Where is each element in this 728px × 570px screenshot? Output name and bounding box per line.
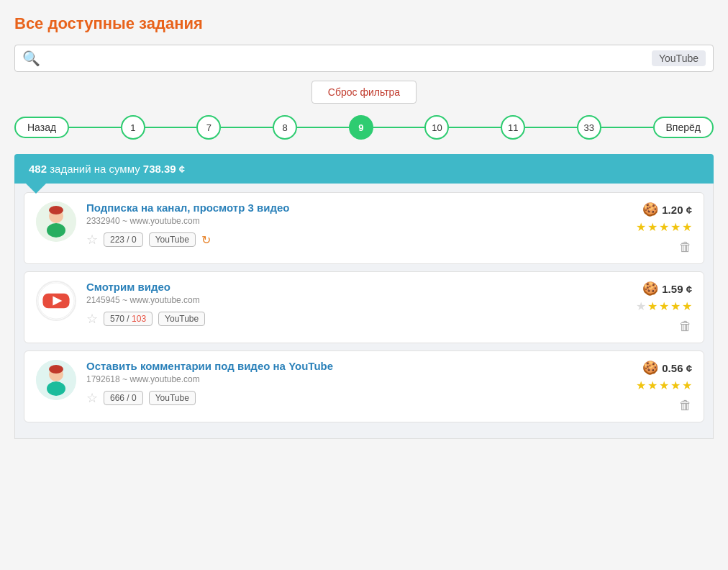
star-1-3: ★ — [659, 220, 669, 234]
task-meta-2: ☆ 570 / 103 YouTube — [86, 311, 610, 327]
task-right-2: 🍪 1.59 ¢ ★ ★ ★ ★ ★ 🗑 — [620, 281, 692, 334]
pagination-page-9[interactable]: 9 — [349, 115, 373, 140]
task-platform-badge-3[interactable]: YouTube — [149, 391, 196, 405]
task-price-3: 🍪 0.56 ¢ — [642, 360, 692, 376]
task-subtitle-2: 2145945 ~ www.youtube.com — [86, 295, 610, 305]
svg-point-10 — [47, 381, 65, 396]
task-card-3: Оставить комментарии под видео на YouTub… — [24, 350, 704, 422]
star-1-1: ★ — [636, 220, 646, 234]
task-price-value-1: 1.20 ¢ — [662, 204, 692, 216]
task-platform-badge-1[interactable]: YouTube — [149, 232, 196, 247]
star-2-1: ★ — [636, 299, 646, 313]
search-bar: 🔍 YouTube — [14, 45, 714, 72]
avatar-person-teal-icon — [36, 360, 76, 400]
star-3-1: ★ — [636, 379, 646, 392]
star-1-2: ★ — [647, 220, 658, 234]
youtube-avatar-icon — [37, 281, 75, 321]
search-icon: 🔍 — [22, 50, 40, 67]
task-body-2: Смотрим видео 2145945 ~ www.youtube.com … — [86, 281, 610, 327]
search-input[interactable] — [46, 53, 652, 65]
pagination-page-8[interactable]: 8 — [273, 115, 297, 140]
task-stars-3: ★ ★ ★ ★ ★ — [636, 379, 692, 392]
pagination-page-1[interactable]: 1 — [121, 115, 145, 140]
task-price-2: 🍪 1.59 ¢ — [642, 281, 692, 297]
coin-icon-3: 🍪 — [642, 360, 658, 376]
star-2-4: ★ — [670, 299, 681, 313]
task-subtitle-3: 1792618 ~ www.youtube.com — [86, 374, 610, 384]
task-favorite-1[interactable]: ☆ — [86, 232, 98, 248]
task-count-badge-1: 223 / 0 — [104, 232, 143, 247]
task-count-normal-2: 570 / — [110, 314, 132, 324]
pagination-line-6 — [449, 127, 501, 128]
task-card-1: Подписка на канал, просмотр 3 видео 2332… — [24, 192, 704, 264]
task-price-1: 🍪 1.20 ¢ — [642, 202, 692, 217]
task-favorite-3[interactable]: ☆ — [86, 390, 98, 406]
task-meta-3: ☆ 666 / 0 YouTube — [86, 390, 610, 406]
task-title-1[interactable]: Подписка на канал, просмотр 3 видео — [86, 202, 610, 214]
pagination-line-left — [69, 127, 121, 128]
pagination-line-5 — [373, 127, 425, 128]
task-count-badge-2: 570 / 103 — [104, 312, 153, 326]
summary-amount: 738.39 ¢ — [143, 163, 185, 175]
tasks-container: Подписка на канал, просмотр 3 видео 2332… — [14, 184, 714, 439]
coin-icon-2: 🍪 — [642, 281, 658, 297]
pagination-line-4 — [297, 127, 349, 128]
svg-point-3 — [47, 223, 65, 238]
task-platform-badge-2[interactable]: YouTube — [158, 312, 205, 326]
star-3-2: ★ — [647, 379, 658, 392]
task-meta-1: ☆ 223 / 0 YouTube ↻ — [86, 232, 610, 248]
pagination-forward-button[interactable]: Вперёд — [653, 117, 714, 138]
task-refresh-icon-1[interactable]: ↻ — [201, 233, 211, 247]
star-3-4: ★ — [670, 379, 681, 392]
task-avatar-2 — [36, 281, 76, 321]
task-price-value-2: 1.59 ¢ — [662, 283, 692, 295]
star-2-2: ★ — [647, 299, 658, 313]
pagination-line-right — [601, 127, 653, 128]
pagination-line-2 — [145, 127, 197, 128]
task-right-3: 🍪 0.56 ¢ ★ ★ ★ ★ ★ 🗑 — [620, 360, 692, 413]
star-1-4: ★ — [670, 220, 681, 234]
task-delete-button-3[interactable]: 🗑 — [679, 398, 692, 413]
task-price-value-3: 0.56 ¢ — [662, 362, 692, 374]
reset-btn-wrap: Сброс фильтра — [14, 81, 714, 104]
task-title-2[interactable]: Смотрим видео — [86, 281, 610, 293]
task-avatar-3 — [36, 360, 76, 400]
task-right-1: 🍪 1.20 ¢ ★ ★ ★ ★ ★ 🗑 — [620, 202, 692, 255]
task-favorite-2[interactable]: ☆ — [86, 311, 98, 327]
search-filter-tag: YouTube — [652, 50, 706, 66]
task-count-red-2: 103 — [132, 314, 146, 324]
pagination: Назад 1 7 8 9 10 11 33 Вперёд — [14, 115, 714, 140]
star-2-5: ★ — [682, 299, 692, 313]
pagination-page-11[interactable]: 11 — [501, 115, 525, 140]
task-delete-button-1[interactable]: 🗑 — [679, 240, 692, 255]
star-3-3: ★ — [659, 379, 669, 392]
task-count-badge-3: 666 / 0 — [104, 391, 143, 405]
pagination-back-button[interactable]: Назад — [14, 117, 69, 138]
pagination-page-7[interactable]: 7 — [196, 115, 221, 140]
page-title: Все доступные задания — [14, 14, 714, 33]
task-stars-1: ★ ★ ★ ★ ★ — [636, 220, 692, 234]
summary-count: 482 — [29, 163, 47, 175]
coin-icon-1: 🍪 — [642, 202, 658, 217]
avatar-person-green-icon — [36, 202, 76, 242]
svg-point-9 — [49, 365, 63, 374]
star-1-5: ★ — [682, 220, 692, 234]
task-stars-2: ★ ★ ★ ★ ★ — [636, 299, 692, 313]
summary-bar: 482 заданий на сумму 738.39 ¢ — [14, 154, 714, 184]
svg-point-2 — [49, 206, 63, 214]
pagination-page-10[interactable]: 10 — [424, 115, 449, 140]
reset-filter-button[interactable]: Сброс фильтра — [311, 81, 417, 104]
task-body-3: Оставить комментарии под видео на YouTub… — [86, 360, 610, 406]
task-delete-button-2[interactable]: 🗑 — [679, 319, 692, 334]
summary-text-mid: заданий на сумму — [50, 163, 140, 175]
task-card-2: Смотрим видео 2145945 ~ www.youtube.com … — [24, 271, 704, 343]
task-avatar-1 — [36, 202, 76, 242]
pagination-line-3 — [221, 127, 273, 128]
task-subtitle-1: 2332940 ~ www.youtube.com — [86, 216, 610, 226]
pagination-page-33[interactable]: 33 — [577, 115, 601, 140]
star-2-3: ★ — [659, 299, 669, 313]
task-body-1: Подписка на канал, просмотр 3 видео 2332… — [86, 202, 610, 248]
star-3-5: ★ — [682, 379, 692, 392]
task-title-3[interactable]: Оставить комментарии под видео на YouTub… — [86, 360, 610, 372]
pagination-line-7 — [525, 127, 577, 128]
